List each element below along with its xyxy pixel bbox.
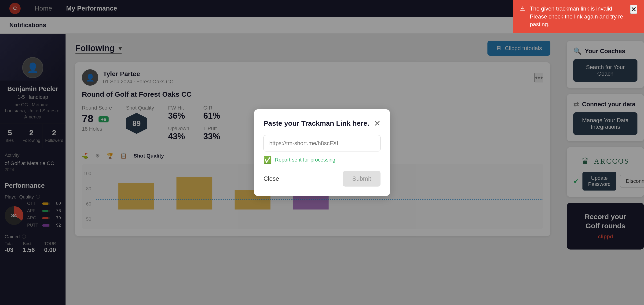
trackman-modal: Paste your Trackman Link here. ✕ ✅ Repor… <box>254 109 390 196</box>
warning-icon: ⚠ <box>520 5 525 13</box>
error-close-button[interactable]: ✕ <box>630 5 637 14</box>
modal-header: Paste your Trackman Link here. ✕ <box>264 119 380 128</box>
modal-footer: Close Submit <box>264 171 380 186</box>
modal-close-button[interactable]: ✕ <box>374 119 380 128</box>
modal-success-message: ✅ Report sent for processing <box>264 156 380 164</box>
modal-title: Paste your Trackman Link here. <box>264 120 369 127</box>
error-banner: ⚠ The given trackman link is invalid. Pl… <box>513 0 644 33</box>
modal-overlay: Paste your Trackman Link here. ✕ ✅ Repor… <box>0 0 644 305</box>
success-check-icon: ✅ <box>264 156 272 164</box>
modal-submit-button[interactable]: Submit <box>343 171 380 186</box>
trackman-link-input[interactable] <box>264 135 380 152</box>
modal-close-text-button[interactable]: Close <box>264 175 279 182</box>
error-message: The given trackman link is invalid. Plea… <box>530 5 626 28</box>
